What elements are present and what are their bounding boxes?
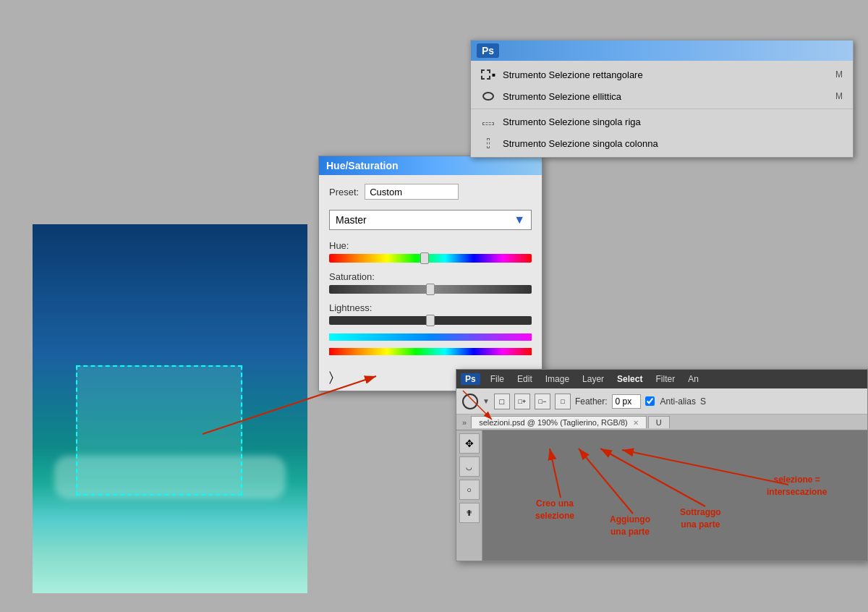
add-selection-btn[interactable]: □+	[514, 394, 530, 409]
ps-tool-strip: ✥ ◡ ○ ✟	[456, 430, 482, 561]
hue-track	[329, 254, 532, 263]
row-select-label: Strumento Selezione singola riga	[503, 116, 835, 127]
ps-canvas	[482, 430, 867, 561]
style-label: S	[700, 396, 706, 407]
hue-channel-dropdown[interactable]: Master ▼	[329, 210, 532, 230]
ps-tab-bar: » selezioni.psd @ 190% (Taglierino, RGB/…	[456, 415, 867, 430]
hue-thumb[interactable]	[420, 252, 429, 264]
crop-tool[interactable]: ✟	[459, 503, 480, 523]
move-tool[interactable]: ✥	[459, 433, 480, 454]
select-tool[interactable]: ○	[459, 480, 480, 500]
ellipse-select-icon	[481, 89, 495, 103]
menu-an[interactable]: An	[682, 373, 705, 386]
tab-selezioni[interactable]: selezioni.psd @ 190% (Taglierino, RGB/8)…	[471, 416, 647, 428]
menu-file[interactable]: File	[485, 373, 510, 386]
expand-panel-icon[interactable]: »	[459, 418, 469, 427]
menu-filter[interactable]: Filter	[650, 373, 681, 386]
ps-canvas-area: ✥ ◡ ○ ✟	[456, 430, 867, 561]
rect-select-icon: ■	[481, 67, 495, 82]
lightness-track	[329, 316, 532, 325]
saturation-thumb[interactable]	[426, 284, 435, 295]
ellipse-select-label: Strumento Selezione ellittica	[503, 91, 828, 102]
tool-rect-select[interactable]: ■ Strumento Selezione rettangolare M	[471, 64, 853, 85]
feather-label: Feather:	[575, 396, 608, 407]
hand-icon[interactable]: 〉	[329, 370, 333, 385]
tab-extra[interactable]: U	[648, 416, 670, 428]
lightness-thumb[interactable]	[426, 315, 435, 326]
selection-marquee	[76, 365, 242, 496]
hue-panel-title: Hue/Saturation	[319, 156, 542, 175]
row-select-icon	[481, 114, 495, 129]
tool-row-select[interactable]: Strumento Selezione singola riga	[471, 111, 853, 132]
tool-selection-panel: Ps ■ Strumento Selezione rettangolare M …	[470, 40, 854, 158]
intersect-selection-btn[interactable]: □	[555, 394, 571, 409]
tab-extra-label: U	[656, 418, 662, 427]
tab-close-icon[interactable]: ✕	[633, 419, 639, 427]
saturation-slider-section: Saturation:	[329, 271, 532, 294]
hue-preset-label: Preset:	[329, 187, 359, 197]
col-select-icon	[481, 136, 495, 150]
menu-select[interactable]: Select	[611, 373, 648, 386]
photoshop-toolbar: Ps File Edit Image Layer Select Filter A…	[456, 369, 868, 561]
tool-dropdown-arrow[interactable]: ▼	[482, 397, 490, 405]
hue-slider-section: Hue:	[329, 240, 532, 263]
menu-edit[interactable]: Edit	[511, 373, 538, 386]
ps-logo-bottom: Ps	[461, 373, 480, 385]
feather-input[interactable]	[612, 394, 641, 409]
antialias-label: Anti-alias	[660, 396, 696, 407]
hue-channel-row: Master ▼	[329, 210, 532, 230]
tool-ellipse-select[interactable]: Strumento Selezione ellittica M	[471, 85, 853, 107]
hue-label: Hue:	[329, 240, 532, 251]
hue-preset-row: Preset:	[329, 184, 532, 200]
background-photo	[33, 224, 307, 593]
hue-colorbar-row2	[329, 348, 532, 355]
tool-menu-list: ■ Strumento Selezione rettangolare M Str…	[471, 61, 853, 157]
hue-panel-title-text: Hue/Saturation	[326, 160, 399, 171]
lasso-tool[interactable]: ◡	[459, 456, 480, 477]
chevron-down-icon: ▼	[514, 213, 525, 226]
hue-colorbar-row	[329, 333, 532, 341]
menu-image[interactable]: Image	[540, 373, 575, 386]
col-select-label: Strumento Selezione singola colonna	[503, 138, 835, 149]
ps-options-bar: ▼ □ □+ □− □ Feather: Anti-alias S	[456, 388, 867, 415]
ellipse-tool-button[interactable]	[462, 394, 478, 409]
divider1	[471, 109, 853, 109]
hue-colorbar-top	[329, 348, 532, 355]
saturation-track	[329, 285, 532, 294]
ellipse-select-key: M	[835, 91, 843, 101]
lightness-slider-section: Lightness:	[329, 302, 532, 325]
tool-panel-header: Ps	[471, 41, 853, 61]
rect-select-key: M	[835, 69, 843, 80]
tool-col-select[interactable]: Strumento Selezione singola colonna	[471, 132, 853, 154]
tab-label: selezioni.psd @ 190% (Taglierino, RGB/8)	[479, 418, 628, 427]
hue-saturation-panel: Hue/Saturation Preset: Master ▼ Hue: Sat…	[318, 156, 542, 391]
rect-select-label: Strumento Selezione rettangolare	[503, 69, 828, 80]
hue-panel-body: Preset: Master ▼ Hue: Saturation: Lightn…	[319, 175, 542, 364]
antialias-checkbox[interactable]	[645, 396, 655, 406]
hue-preset-input[interactable]	[365, 184, 459, 200]
saturation-label: Saturation:	[329, 271, 532, 282]
new-selection-btn[interactable]: □	[494, 394, 510, 409]
ps-logo: Ps	[477, 43, 499, 58]
ps-menubar: Ps File Edit Image Layer Select Filter A…	[456, 370, 867, 388]
lightness-label: Lightness:	[329, 302, 532, 313]
hue-channel-value: Master	[336, 214, 367, 226]
hue-colorbar-bottom	[329, 333, 532, 341]
subtract-selection-btn[interactable]: □−	[535, 394, 550, 409]
menu-layer[interactable]: Layer	[576, 373, 610, 386]
